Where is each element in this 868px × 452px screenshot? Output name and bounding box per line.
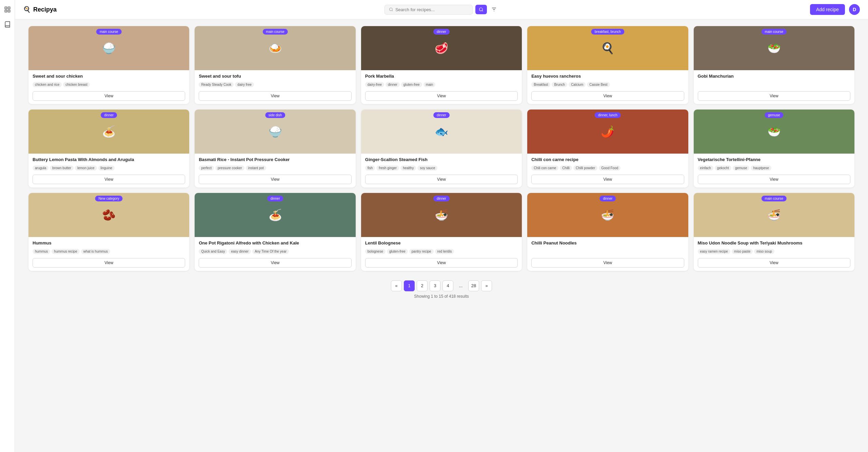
navbar-right: Add recipe D xyxy=(651,4,860,15)
view-button[interactable]: View xyxy=(531,175,684,184)
pagination-page-2[interactable]: 2 xyxy=(417,280,428,291)
recipe-tag: Calcium xyxy=(569,82,586,87)
category-badge: main course xyxy=(96,29,121,35)
recipe-title: Ginger-Scallion Steamed Fish xyxy=(365,157,518,163)
view-button[interactable]: View xyxy=(199,175,351,184)
sidebar-icon-home[interactable] xyxy=(3,5,12,14)
recipe-card-body: Miso Udon Noodle Soup with Teriyaki Mush… xyxy=(694,237,854,271)
recipe-title: Pork Marbella xyxy=(365,74,518,79)
add-recipe-button[interactable]: Add recipe xyxy=(810,4,845,15)
svg-point-4 xyxy=(390,8,393,11)
recipe-title: Buttery Lemon Pasta With Almonds and Aru… xyxy=(33,157,185,163)
filter-button[interactable] xyxy=(490,5,498,14)
recipe-tag: chicken breast xyxy=(63,82,90,87)
recipe-tag: gemuse xyxy=(733,165,750,171)
recipe-card-sweet-and-sour-chicken: 🍚 main course Sweet and sour chicken chi… xyxy=(28,26,189,104)
recipe-tag: Good Food xyxy=(599,165,620,171)
recipe-tags: Chili con carneChilliChilli powderGood F… xyxy=(531,165,684,171)
view-button[interactable]: View xyxy=(698,258,850,268)
recipe-tag: gluten-free xyxy=(401,82,422,87)
recipe-tag: Chili con carne xyxy=(531,165,558,171)
view-button[interactable]: View xyxy=(199,91,351,101)
recipe-tag: gekocht xyxy=(715,165,731,171)
recipe-tags: arugulabrown butterlemon juicelinguine xyxy=(33,165,185,171)
view-button[interactable]: View xyxy=(33,91,185,101)
recipe-image: 🍚 side dish xyxy=(195,110,355,154)
svg-rect-2 xyxy=(5,10,7,12)
recipe-tag: healthy xyxy=(400,165,416,171)
pagination-page-3[interactable]: 3 xyxy=(430,280,440,291)
recipe-tags: easy ramen recipemiso pastemiso soup xyxy=(698,249,850,254)
category-badge: main course xyxy=(762,196,787,201)
view-button[interactable]: View xyxy=(531,91,684,101)
recipe-tag: Quick and Easy xyxy=(199,249,227,254)
pagination-page-4[interactable]: 4 xyxy=(442,280,453,291)
recipe-tag: Brunch xyxy=(552,82,567,87)
brand: 🍳 Recipya xyxy=(23,6,232,13)
recipe-tag: hummus recipe xyxy=(52,249,79,254)
recipe-tag: arugula xyxy=(33,165,48,171)
recipe-title: Sweet and sour chicken xyxy=(33,74,185,79)
category-badge: side dish xyxy=(265,112,285,118)
main-content: 🍳 Recipya Add recipe D xyxy=(15,0,868,452)
view-button[interactable]: View xyxy=(365,175,518,184)
recipe-title: Miso Udon Noodle Soup with Teriyaki Mush… xyxy=(698,240,850,246)
recipe-tag: gluten-free xyxy=(387,249,408,254)
pagination-page-28[interactable]: 28 xyxy=(468,280,479,291)
recipe-tags: Quick and Easyeasy dinnerAny Time Of the… xyxy=(199,249,351,254)
recipe-card-vegetarische-tortellini: 🥗 gemuse Vegetarische Tortellini-Pfanne … xyxy=(694,110,854,188)
view-button[interactable]: View xyxy=(33,258,185,268)
view-button[interactable]: View xyxy=(698,175,850,184)
recipe-tag: pantry recipe xyxy=(409,249,434,254)
view-button[interactable]: View xyxy=(531,258,684,268)
recipe-image: 🥗 main course xyxy=(694,26,854,70)
recipe-tags xyxy=(531,249,684,254)
recipe-tags: bolognesegluten-freepantry recipered len… xyxy=(365,249,518,254)
recipe-card-chilli-peanut-noodles: 🍜 dinner Chilli Peanut Noodles View xyxy=(527,193,688,271)
view-button[interactable]: View xyxy=(33,175,185,184)
category-badge: dinner xyxy=(433,29,450,35)
category-badge: New category xyxy=(95,196,123,201)
svg-point-5 xyxy=(479,8,482,11)
recipe-tag: hauptpese xyxy=(751,165,771,171)
recipe-tag: perfect xyxy=(199,165,214,171)
recipe-tags: fishfresh gingerhealthysoy sauce xyxy=(365,165,518,171)
view-button[interactable]: View xyxy=(199,258,351,268)
recipe-tag: soy sauce xyxy=(417,165,437,171)
pagination-prev[interactable]: « xyxy=(391,280,402,291)
recipe-tags: perfectpressure cookerinstant pot xyxy=(199,165,351,171)
recipe-title: Sweet and sour tofu xyxy=(199,74,351,79)
recipe-card-body: Easy huevos rancheros BreakfastBrunchCal… xyxy=(527,70,688,104)
recipe-image: 🐟 dinner xyxy=(361,110,522,154)
pagination-page-1[interactable]: 1 xyxy=(404,280,415,291)
navbar: 🍳 Recipya Add recipe D xyxy=(15,0,868,19)
content-area: 🍚 main course Sweet and sour chicken chi… xyxy=(15,19,868,311)
brand-name: Recipya xyxy=(33,6,57,13)
recipe-tag: what is hummus xyxy=(81,249,110,254)
category-badge: main course xyxy=(262,29,288,35)
recipe-card-body: Sweet and sour tofu Ready Steady Cookdai… xyxy=(195,70,355,104)
recipe-title: Vegetarische Tortellini-Pfanne xyxy=(698,157,850,163)
recipe-tag: Cassie Best xyxy=(587,82,610,87)
recipe-tags: dairy-freedinnergluten-freemain xyxy=(365,82,518,87)
recipe-card-hummus: 🫘 New category Hummus hummushummus recip… xyxy=(28,193,189,271)
recipe-tag: pressure cooker xyxy=(215,165,244,171)
recipe-tag: einfach xyxy=(698,165,713,171)
brand-emoji: 🍳 xyxy=(23,6,31,13)
view-button[interactable]: View xyxy=(365,258,518,268)
sidebar-icon-book[interactable] xyxy=(3,20,12,28)
category-badge: dinner, lunch xyxy=(595,112,621,118)
recipe-image: 🍳 breakfast, brunch xyxy=(527,26,688,70)
category-badge: gemuse xyxy=(765,112,784,118)
search-button[interactable] xyxy=(475,5,487,14)
recipe-tag: Chilli xyxy=(560,165,572,171)
recipe-tags: hummushummus recipewhat is hummus xyxy=(33,249,185,254)
recipe-tag: fish xyxy=(365,165,375,171)
search-input[interactable] xyxy=(395,7,468,12)
recipe-tag: dairy-free xyxy=(365,82,384,87)
view-button[interactable]: View xyxy=(698,91,850,101)
pagination-next[interactable]: » xyxy=(481,280,492,291)
view-button[interactable]: View xyxy=(365,91,518,101)
category-badge: dinner xyxy=(101,112,117,118)
category-badge: dinner xyxy=(433,196,450,201)
